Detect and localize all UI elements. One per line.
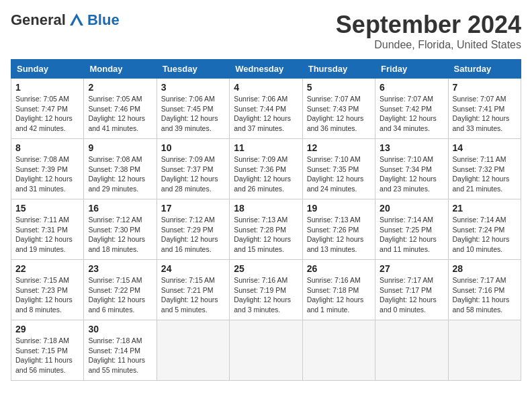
day-number: 12	[307, 142, 371, 153]
day-info: Sunrise: 7:07 AM Sunset: 7:42 PM Dayligh…	[380, 94, 443, 134]
table-row: 5Sunrise: 7:07 AM Sunset: 7:43 PM Daylig…	[302, 79, 375, 139]
table-row: 21Sunrise: 7:14 AM Sunset: 7:24 PM Dayli…	[448, 199, 521, 260]
day-info: Sunrise: 7:15 AM Sunset: 7:23 PM Dayligh…	[15, 275, 79, 315]
day-info: Sunrise: 7:15 AM Sunset: 7:22 PM Dayligh…	[88, 275, 152, 315]
day-number: 14	[453, 142, 517, 153]
day-number: 23	[88, 263, 152, 274]
day-info: Sunrise: 7:06 AM Sunset: 7:45 PM Dayligh…	[161, 94, 225, 134]
location: Dundee, Florida, United States	[336, 39, 521, 51]
day-info: Sunrise: 7:09 AM Sunset: 7:37 PM Dayligh…	[161, 154, 225, 194]
week-row-3: 15Sunrise: 7:11 AM Sunset: 7:31 PM Dayli…	[11, 199, 521, 260]
day-info: Sunrise: 7:06 AM Sunset: 7:44 PM Dayligh…	[234, 94, 298, 134]
day-info: Sunrise: 7:05 AM Sunset: 7:46 PM Dayligh…	[88, 94, 152, 134]
week-row-4: 22Sunrise: 7:15 AM Sunset: 7:23 PM Dayli…	[11, 260, 521, 320]
table-row: 27Sunrise: 7:17 AM Sunset: 7:17 PM Dayli…	[375, 260, 448, 320]
table-row: 11Sunrise: 7:09 AM Sunset: 7:36 PM Dayli…	[230, 139, 302, 199]
day-number: 27	[380, 263, 443, 274]
table-row: 15Sunrise: 7:11 AM Sunset: 7:31 PM Dayli…	[11, 199, 84, 260]
day-number: 21	[453, 203, 517, 214]
logo-general-text: General	[11, 11, 66, 29]
calendar: Sunday Monday Tuesday Wednesday Thursday…	[11, 59, 521, 381]
day-info: Sunrise: 7:14 AM Sunset: 7:24 PM Dayligh…	[453, 215, 517, 255]
table-row: 6Sunrise: 7:07 AM Sunset: 7:42 PM Daylig…	[375, 79, 448, 139]
day-info: Sunrise: 7:12 AM Sunset: 7:29 PM Dayligh…	[161, 215, 225, 255]
day-number: 28	[453, 263, 517, 274]
table-row: 16Sunrise: 7:12 AM Sunset: 7:30 PM Dayli…	[84, 199, 157, 260]
day-number: 8	[15, 142, 79, 153]
day-info: Sunrise: 7:09 AM Sunset: 7:36 PM Dayligh…	[234, 154, 298, 194]
logo-icon	[67, 11, 86, 30]
table-row: 12Sunrise: 7:10 AM Sunset: 7:35 PM Dayli…	[302, 139, 375, 199]
table-row	[157, 320, 229, 381]
day-number: 7	[453, 82, 517, 93]
table-row: 14Sunrise: 7:11 AM Sunset: 7:32 PM Dayli…	[448, 139, 521, 199]
col-sunday: Sunday	[11, 60, 84, 79]
table-row: 2Sunrise: 7:05 AM Sunset: 7:46 PM Daylig…	[84, 79, 157, 139]
day-number: 22	[15, 263, 79, 274]
table-row	[375, 320, 448, 381]
table-row	[448, 320, 521, 381]
day-number: 9	[88, 142, 152, 153]
col-saturday: Saturday	[448, 60, 521, 79]
day-number: 30	[88, 324, 152, 334]
day-info: Sunrise: 7:08 AM Sunset: 7:39 PM Dayligh…	[15, 154, 79, 194]
day-info: Sunrise: 7:05 AM Sunset: 7:47 PM Dayligh…	[15, 94, 79, 134]
day-number: 15	[15, 203, 79, 214]
day-info: Sunrise: 7:11 AM Sunset: 7:31 PM Dayligh…	[15, 215, 79, 255]
table-row: 17Sunrise: 7:12 AM Sunset: 7:29 PM Dayli…	[157, 199, 229, 260]
day-info: Sunrise: 7:17 AM Sunset: 7:16 PM Dayligh…	[453, 275, 517, 315]
day-number: 11	[234, 142, 298, 153]
table-row: 9Sunrise: 7:08 AM Sunset: 7:38 PM Daylig…	[84, 139, 157, 199]
day-info: Sunrise: 7:10 AM Sunset: 7:34 PM Dayligh…	[380, 154, 443, 194]
day-number: 13	[380, 142, 443, 153]
day-number: 25	[234, 263, 298, 274]
day-info: Sunrise: 7:13 AM Sunset: 7:26 PM Dayligh…	[307, 215, 371, 255]
week-row-2: 8Sunrise: 7:08 AM Sunset: 7:39 PM Daylig…	[11, 139, 521, 199]
table-row: 24Sunrise: 7:15 AM Sunset: 7:21 PM Dayli…	[157, 260, 229, 320]
week-row-5: 29Sunrise: 7:18 AM Sunset: 7:15 PM Dayli…	[11, 320, 521, 381]
table-row: 28Sunrise: 7:17 AM Sunset: 7:16 PM Dayli…	[448, 260, 521, 320]
logo: General Blue	[11, 11, 120, 30]
table-row: 8Sunrise: 7:08 AM Sunset: 7:39 PM Daylig…	[11, 139, 84, 199]
day-number: 29	[15, 324, 79, 334]
day-info: Sunrise: 7:07 AM Sunset: 7:43 PM Dayligh…	[307, 94, 371, 134]
day-number: 1	[15, 82, 79, 93]
day-info: Sunrise: 7:14 AM Sunset: 7:25 PM Dayligh…	[380, 215, 443, 255]
day-info: Sunrise: 7:17 AM Sunset: 7:17 PM Dayligh…	[380, 275, 443, 315]
day-number: 2	[88, 82, 152, 93]
day-info: Sunrise: 7:15 AM Sunset: 7:21 PM Dayligh…	[161, 275, 225, 315]
calendar-header-row: Sunday Monday Tuesday Wednesday Thursday…	[11, 60, 521, 79]
col-wednesday: Wednesday	[230, 60, 302, 79]
table-row: 13Sunrise: 7:10 AM Sunset: 7:34 PM Dayli…	[375, 139, 448, 199]
logo-blue-text: Blue	[87, 11, 120, 29]
day-info: Sunrise: 7:13 AM Sunset: 7:28 PM Dayligh…	[234, 215, 298, 255]
col-thursday: Thursday	[302, 60, 375, 79]
day-number: 4	[234, 82, 298, 93]
title-area: September 2024 Dundee, Florida, United S…	[336, 11, 521, 51]
day-number: 18	[234, 203, 298, 214]
table-row: 1Sunrise: 7:05 AM Sunset: 7:47 PM Daylig…	[11, 79, 84, 139]
table-row: 25Sunrise: 7:16 AM Sunset: 7:19 PM Dayli…	[230, 260, 302, 320]
day-number: 20	[380, 203, 443, 214]
day-info: Sunrise: 7:11 AM Sunset: 7:32 PM Dayligh…	[453, 154, 517, 194]
table-row: 23Sunrise: 7:15 AM Sunset: 7:22 PM Dayli…	[84, 260, 157, 320]
col-monday: Monday	[84, 60, 157, 79]
day-number: 10	[161, 142, 225, 153]
table-row	[230, 320, 302, 381]
table-row: 20Sunrise: 7:14 AM Sunset: 7:25 PM Dayli…	[375, 199, 448, 260]
day-info: Sunrise: 7:10 AM Sunset: 7:35 PM Dayligh…	[307, 154, 371, 194]
table-row: 30Sunrise: 7:18 AM Sunset: 7:14 PM Dayli…	[84, 320, 157, 381]
day-number: 26	[307, 263, 371, 274]
day-info: Sunrise: 7:16 AM Sunset: 7:18 PM Dayligh…	[307, 275, 371, 315]
table-row: 7Sunrise: 7:07 AM Sunset: 7:41 PM Daylig…	[448, 79, 521, 139]
day-number: 3	[161, 82, 225, 93]
week-row-1: 1Sunrise: 7:05 AM Sunset: 7:47 PM Daylig…	[11, 79, 521, 139]
day-info: Sunrise: 7:18 AM Sunset: 7:14 PM Dayligh…	[88, 336, 152, 375]
day-number: 6	[380, 82, 443, 93]
table-row: 10Sunrise: 7:09 AM Sunset: 7:37 PM Dayli…	[157, 139, 229, 199]
day-number: 16	[88, 203, 152, 214]
day-number: 17	[161, 203, 225, 214]
day-info: Sunrise: 7:12 AM Sunset: 7:30 PM Dayligh…	[88, 215, 152, 255]
day-info: Sunrise: 7:16 AM Sunset: 7:19 PM Dayligh…	[234, 275, 298, 315]
table-row: 3Sunrise: 7:06 AM Sunset: 7:45 PM Daylig…	[157, 79, 229, 139]
